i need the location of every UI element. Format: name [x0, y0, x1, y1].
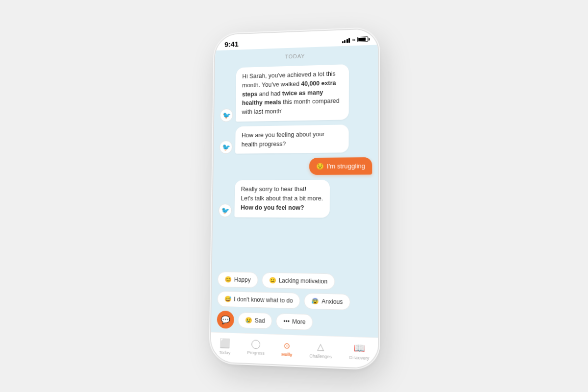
nav-holly-label: Holly — [281, 352, 292, 357]
challenges-icon: △ — [317, 341, 324, 352]
nav-progress-label: Progress — [247, 350, 265, 356]
chat-area[interactable]: TODAY 🐦 Hi Sarah, you've achieved a lot … — [212, 45, 378, 270]
bot-bubble-2: How are you feeling about your health pr… — [235, 124, 348, 154]
nav-discovery[interactable]: 📖 Discovery — [345, 341, 373, 362]
signal-icon — [342, 37, 350, 43]
reply-dont-know-emoji: 😅 — [224, 295, 232, 302]
nav-challenges[interactable]: △ Challenges — [305, 340, 336, 361]
nav-challenges-label: Challenges — [309, 353, 332, 359]
reply-happy-emoji: 😊 — [224, 276, 232, 283]
bot-bubble-1: Hi Sarah, you've achieved a lot this mon… — [236, 64, 349, 122]
nav-holly[interactable]: ⊙ Holly — [277, 340, 296, 358]
phone-frame: 9:41 ≈ TODAY 🐦 Hi Sara — [211, 29, 378, 368]
user-message-row: 😟 I'm struggling — [219, 157, 372, 175]
reply-sad-emoji: 😢 — [245, 317, 252, 324]
reply-more[interactable]: ••• More — [276, 313, 313, 330]
battery-icon — [357, 36, 368, 42]
reply-sad[interactable]: 😢 Sad — [238, 312, 272, 329]
discovery-icon: 📖 — [354, 343, 365, 354]
reply-lacking-motivation[interactable]: 😐 Lacking motivation — [262, 272, 335, 290]
bot-message-row: 🐦 How are you feeling about your health … — [220, 124, 349, 154]
reply-more-label: More — [292, 318, 306, 325]
reply-anxious[interactable]: 😰 Anxious — [304, 293, 350, 310]
chat-bubble-icon: 💬 — [220, 315, 230, 325]
bottom-nav: ⬜ Today Progress ⊙ Holly △ Challenges 📖 … — [211, 332, 378, 368]
nav-today-label: Today — [219, 350, 230, 355]
bot-avatar-3: 🐦 — [219, 203, 232, 217]
holly-icon: ⊙ — [284, 341, 290, 350]
phone-wrapper: 9:41 ≈ TODAY 🐦 Hi Sara — [211, 29, 378, 368]
reply-lacking-label: Lacking motivation — [279, 277, 328, 285]
nav-progress[interactable]: Progress — [243, 339, 269, 357]
wifi-icon: ≈ — [352, 36, 356, 43]
bot-message-row: 🐦 Hi Sarah, you've achieved a lot this m… — [220, 64, 348, 122]
bot-avatar: 🐦 — [220, 108, 233, 122]
today-icon: ⬜ — [220, 338, 230, 349]
user-bubble-1: 😟 I'm struggling — [309, 157, 372, 175]
nav-today[interactable]: ⬜ Today — [215, 337, 234, 357]
reply-happy-label: Happy — [234, 276, 251, 284]
progress-icon — [251, 340, 260, 349]
reply-happy[interactable]: 😊 Happy — [218, 271, 258, 288]
user-text: I'm struggling — [327, 162, 365, 170]
status-icons: ≈ — [342, 36, 368, 44]
reply-lacking-emoji: 😐 — [269, 277, 276, 284]
reply-anxious-label: Anxious — [321, 298, 343, 305]
quick-replies-area: 😊 Happy 😐 Lacking motivation 😅 I don't k… — [211, 268, 378, 338]
nav-discovery-label: Discovery — [349, 355, 369, 361]
date-label: TODAY — [220, 51, 372, 62]
user-emoji: 😟 — [316, 163, 324, 170]
reply-anxious-emoji: 😰 — [312, 297, 319, 305]
status-time: 9:41 — [224, 40, 239, 48]
reply-dont-know[interactable]: 😅 I don't know what to do — [217, 291, 300, 309]
bot-avatar-2: 🐦 — [220, 141, 233, 154]
bot-message-row-3: 🐦 Really sorry to hear that! Let's talk … — [219, 180, 348, 218]
reply-more-emoji: ••• — [283, 318, 290, 325]
bot-bubble-3: Really sorry to hear that! Let's talk ab… — [234, 180, 329, 218]
reply-dont-know-label: I don't know what to do — [234, 296, 293, 304]
chat-icon-button[interactable]: 💬 — [217, 311, 234, 329]
reply-sad-label: Sad — [255, 317, 265, 324]
